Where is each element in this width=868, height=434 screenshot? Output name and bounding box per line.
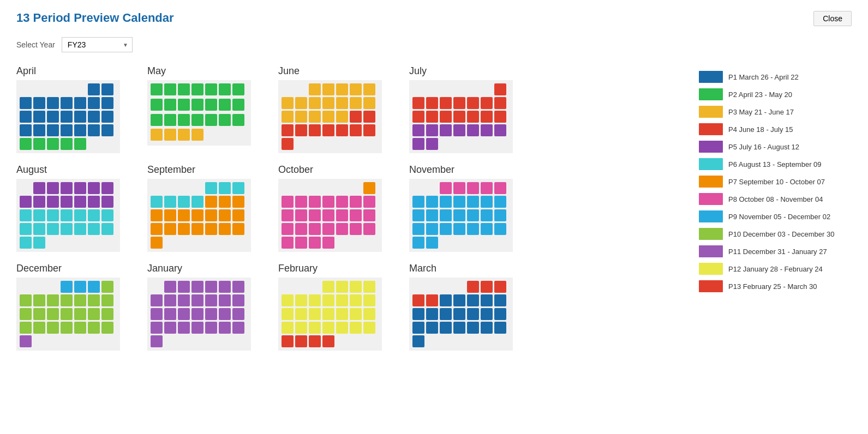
day-cell [178,83,190,95]
day-cell [494,124,506,136]
day-cell [295,196,307,208]
day-cell [191,99,203,111]
day-cell [309,237,321,249]
day-cell [151,182,163,194]
day-cell [336,124,348,136]
day-cell [232,196,244,208]
day-cell [350,83,362,95]
day-cell [205,335,217,347]
select-year-label: Select Year [16,40,55,49]
legend-item-p9: P9 November 05 - December 02 [699,210,852,222]
day-cell [164,322,176,334]
legend-swatch [699,176,723,188]
day-cell [295,237,307,249]
day-cell [412,237,424,249]
day-cell [88,111,100,123]
day-cell [363,237,375,249]
month-block-july: July [409,65,518,153]
day-cell [412,209,424,221]
legend-item-p12: P12 January 28 - February 24 [699,263,852,275]
day-cell [440,124,452,136]
day-cell [191,223,203,235]
day-cell [164,99,176,111]
day-cell [88,97,100,109]
day-cell [467,196,479,208]
day-cell [481,294,493,306]
day-cell [47,308,59,320]
day-cell [309,209,321,221]
day-cell [232,281,244,293]
day-cell [322,83,334,95]
month-block-october: October [278,164,387,252]
mini-calendar [147,80,251,146]
year-select[interactable]: FY22FY23FY24 [62,37,133,52]
day-cell [453,209,465,221]
day-cell [33,322,45,334]
day-cell [232,114,244,126]
day-cell [151,114,163,126]
day-cell [350,124,362,136]
day-cell [453,281,465,293]
day-cell [467,281,479,293]
day-cell [164,335,176,347]
day-cell [151,99,163,111]
day-cell [20,83,32,95]
legend-label: P9 November 05 - December 02 [728,213,830,221]
day-cell [191,322,203,334]
day-cell [164,83,176,95]
day-cell [336,308,348,320]
day-cell [426,83,438,95]
controls: Select Year FY22FY23FY24 [16,37,852,52]
day-cell [481,138,493,150]
month-name: April [16,65,125,77]
day-cell [336,335,348,347]
day-cell [61,281,73,293]
day-cell [33,209,45,221]
day-cell [426,223,438,235]
day-cell [232,308,244,320]
day-cell [494,196,506,208]
day-cell [412,335,424,347]
day-cell [47,223,59,235]
day-cell [363,322,375,334]
month-block-september: September [147,164,256,252]
day-cell [453,182,465,194]
day-cell [47,237,59,249]
page-title: 13 Period Preview Calendar [16,11,174,25]
legend-label: P11 December 31 - January 27 [728,248,827,256]
day-cell [151,83,163,95]
day-cell [426,111,438,123]
close-button[interactable]: Close [813,11,852,26]
day-cell [350,111,362,123]
legend-label: P5 July 16 - August 12 [728,143,799,151]
day-cell [481,209,493,221]
day-cell [412,111,424,123]
day-cell [481,83,493,95]
day-cell [219,335,231,347]
day-cell [322,124,334,136]
day-cell [350,138,362,150]
day-cell [20,111,32,123]
day-cell [164,237,176,249]
day-cell [322,196,334,208]
day-cell [350,281,362,293]
day-cell [151,223,163,235]
day-cell [363,335,375,347]
month-block-august: August [16,164,125,252]
day-cell [178,99,190,111]
day-cell [47,335,59,347]
day-cell [232,182,244,194]
month-name: November [409,164,518,176]
legend-item-p8: P8 October 08 - November 04 [699,193,852,205]
day-cell [191,196,203,208]
day-cell [494,182,506,194]
day-cell [467,322,479,334]
day-cell [412,294,424,306]
day-cell [47,196,59,208]
day-cell [322,322,334,334]
day-cell [350,223,362,235]
day-cell [61,182,73,194]
day-cell [88,209,100,221]
day-cell [322,281,334,293]
main-content: AprilMayJuneJulyAugustSeptemberOctoberNo… [16,65,852,351]
